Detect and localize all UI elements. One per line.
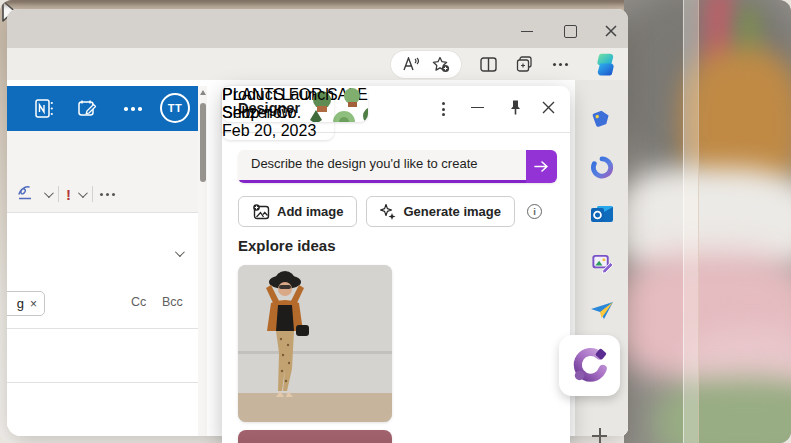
designer-app-icon [571, 347, 609, 385]
format-more-icon[interactable] [100, 193, 115, 196]
designer-tool-active[interactable] [559, 335, 620, 396]
browser-settings-more-icon[interactable] [553, 63, 568, 66]
divider [7, 212, 198, 213]
onenote-icon[interactable] [35, 99, 54, 122]
add-image-icon [252, 204, 270, 220]
generate-image-button[interactable]: Generate image [366, 196, 515, 227]
copilot-icon[interactable] [591, 50, 620, 79]
panel-minimize-icon[interactable] [471, 107, 484, 108]
signature-dropdown-icon[interactable] [44, 188, 54, 198]
divider [92, 186, 93, 202]
divider [7, 328, 198, 329]
signature-pen-icon[interactable] [17, 184, 37, 204]
seltzer-card-date-badge: Feb 20, 2023 [222, 122, 334, 140]
shopping-icon[interactable] [590, 106, 614, 134]
maximize-button[interactable] [563, 24, 578, 38]
screenshot-frame: TT ! [0, 0, 791, 443]
divider [7, 382, 198, 383]
explore-ideas-heading: Explore ideas [238, 237, 336, 254]
drop-icon[interactable] [590, 301, 614, 325]
add-image-label: Add image [277, 204, 343, 219]
browser-toolbar [7, 48, 628, 80]
add-image-button[interactable]: Add image [238, 196, 357, 227]
scrollbar-thumb[interactable] [200, 103, 206, 182]
recipient-chip-label: g [17, 296, 24, 311]
info-icon[interactable]: i [527, 204, 542, 219]
image-actions-row: Add image Generate image i [238, 196, 542, 227]
outlook-command-bar: TT [7, 86, 198, 131]
design-prompt-input[interactable] [238, 150, 526, 183]
outlook-scrollbar[interactable] [198, 86, 207, 436]
design-prompt-field [238, 150, 557, 183]
ribbon-collapse-icon[interactable] [175, 247, 185, 257]
panel-options-icon[interactable] [442, 102, 445, 116]
add-favorite-icon[interactable] [432, 56, 450, 73]
background-shadow-edge [0, 0, 660, 4]
outlook-more-icon[interactable] [124, 107, 142, 111]
close-window-button[interactable] [604, 24, 619, 38]
background-blur-blob [654, 378, 791, 443]
schedule-send-icon[interactable] [78, 99, 98, 122]
summer-card-photo [238, 265, 392, 422]
read-aloud-icon[interactable] [402, 57, 420, 71]
outlook-format-ribbon: ! [7, 131, 198, 212]
photos-icon[interactable] [590, 252, 613, 279]
sparkle-icon [380, 203, 396, 220]
browser-titlebar [7, 9, 628, 48]
submit-prompt-button[interactable] [526, 150, 557, 183]
microsoft-365-icon[interactable] [590, 156, 613, 183]
cc-button[interactable]: Cc [131, 295, 146, 309]
avatar[interactable]: TT [160, 93, 190, 123]
recipient-chip[interactable]: g × [7, 291, 45, 316]
bcc-button[interactable]: Bcc [162, 295, 183, 309]
idea-card-summer[interactable]: NEW SUMMER CLOTHING LINE GET READY FOR T… [238, 265, 392, 422]
idea-card-seltzer[interactable]: Product Launch Seltzer Co. Feb 20, 2023 [222, 86, 334, 140]
panel-pin-icon[interactable] [507, 99, 523, 120]
divider [58, 186, 59, 202]
importance-icon[interactable]: ! [66, 187, 71, 202]
split-screen-icon[interactable] [480, 57, 497, 72]
remove-recipient-icon[interactable]: × [30, 297, 37, 311]
generate-image-label: Generate image [403, 204, 501, 219]
background-photo [624, 0, 791, 443]
background-glass-edge [683, 0, 699, 443]
minimize-button[interactable] [520, 24, 535, 38]
panel-close-icon[interactable] [541, 100, 556, 119]
importance-dropdown-icon[interactable] [78, 188, 88, 198]
outlook-compose-area: TT ! [7, 80, 207, 436]
scroll-up-icon[interactable] [200, 90, 206, 95]
collections-icon[interactable] [516, 56, 534, 73]
idea-card-partial[interactable] [238, 430, 392, 443]
seltzer-card-title: Product Launch Seltzer Co. [222, 86, 334, 122]
designer-panel: Designer Add image Generate [222, 86, 570, 443]
add-sidebar-tool-icon[interactable] [592, 428, 607, 443]
address-actions-pill [391, 51, 461, 78]
outlook-app-icon[interactable] [590, 204, 614, 230]
